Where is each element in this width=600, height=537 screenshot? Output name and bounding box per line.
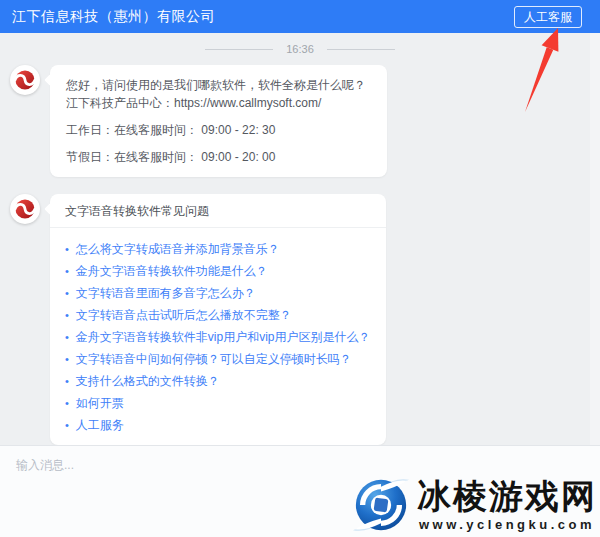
window-header: 江下信息科技（惠州）有限公司 人工客服 xyxy=(0,0,600,33)
jiangxia-logo-icon xyxy=(12,196,38,222)
faq-bubble: 文字语音转换软件常见问题 怎么将文字转成语音并添加背景音乐？金舟文字语音转换软件… xyxy=(50,194,386,445)
faq-link[interactable]: 文字转语音中间如何停顿？可以自定义停顿时长吗？ xyxy=(65,351,371,368)
watermark-text: 冰棱游戏网 www.yclengku.com xyxy=(417,478,597,532)
holiday-hours-text: 节假日：在线客服时间： 09:00 - 20: 00 xyxy=(66,148,371,166)
site-watermark: 冰棱游戏网 www.yclengku.com xyxy=(352,476,597,534)
scrollbar-track[interactable] xyxy=(590,33,600,445)
yclengku-logo-icon xyxy=(352,476,410,534)
site-url: www.yclengku.com xyxy=(419,517,595,532)
agent-avatar xyxy=(10,65,40,95)
human-agent-button[interactable]: 人工客服 xyxy=(514,6,582,28)
site-name: 冰棱游戏网 xyxy=(417,478,597,515)
company-title: 江下信息科技（惠州）有限公司 xyxy=(12,8,215,26)
faq-link[interactable]: 支持什么格式的文件转换？ xyxy=(65,373,371,390)
faq-link[interactable]: 怎么将文字转成语音并添加背景音乐？ xyxy=(65,241,371,258)
faq-link[interactable]: 文字转语音点击试听后怎么播放不完整？ xyxy=(65,307,371,324)
faq-link[interactable]: 人工服务 xyxy=(65,417,371,434)
faq-link[interactable]: 文字转语音里面有多音字怎么办？ xyxy=(65,285,371,302)
faq-link[interactable]: 如何开票 xyxy=(65,395,371,412)
agent-message: 您好，请问使用的是我们哪款软件，软件全称是什么呢？江下科技产品中心：https:… xyxy=(10,65,590,177)
agent-message: 文字语音转换软件常见问题 怎么将文字转成语音并添加背景音乐？金舟文字语音转换软件… xyxy=(10,194,590,445)
workday-hours-text: 工作日：在线客服时间： 09:00 - 22: 30 xyxy=(66,121,371,139)
faq-title: 文字语音转换软件常见问题 xyxy=(50,194,386,227)
greeting-text: 您好，请问使用的是我们哪款软件，软件全称是什么呢？江下科技产品中心：https:… xyxy=(66,76,371,112)
chat-window: 江下信息科技（惠州）有限公司 人工客服 16:36 您好，请问使用的是我们哪款软… xyxy=(0,0,600,537)
message-bubble: 您好，请问使用的是我们哪款软件，软件全称是什么呢？江下科技产品中心：https:… xyxy=(50,65,387,177)
timestamp: 16:36 xyxy=(10,43,590,55)
faq-list: 怎么将文字转成语音并添加背景音乐？金舟文字语音转换软件功能是什么？文字转语音里面… xyxy=(50,228,386,445)
agent-avatar xyxy=(10,194,40,224)
jiangxia-logo-icon xyxy=(12,67,38,93)
faq-link[interactable]: 金舟文字语音转换软件功能是什么？ xyxy=(65,263,371,280)
chat-history: 16:36 您好，请问使用的是我们哪款软件，软件全称是什么呢？江下科技产品中心：… xyxy=(0,33,600,445)
faq-link[interactable]: 金舟文字语音转换软件非vip用户和vip用户区别是什么？ xyxy=(65,329,371,346)
